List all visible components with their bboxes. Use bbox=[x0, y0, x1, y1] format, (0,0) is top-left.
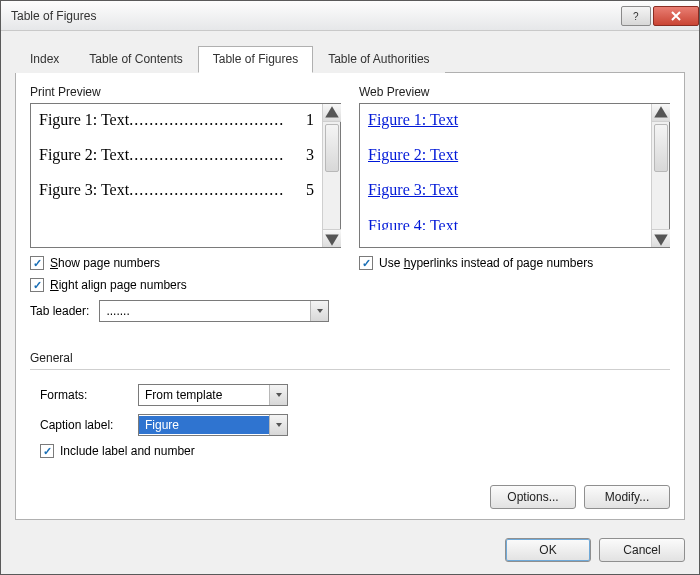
right-align-checkbox[interactable] bbox=[30, 278, 44, 292]
svg-marker-2 bbox=[325, 234, 339, 245]
panel-buttons: Options... Modify... bbox=[30, 477, 670, 509]
use-hyperlinks-checkbox[interactable] bbox=[359, 256, 373, 270]
tab-table-of-figures[interactable]: Table of Figures bbox=[198, 46, 313, 73]
web-preview-col: Web Preview Figure 1: Text Figure 2: Tex… bbox=[359, 85, 670, 345]
include-label-label: Include label and number bbox=[60, 444, 195, 458]
include-label-row: Include label and number bbox=[40, 444, 670, 458]
web-preview-content: Figure 1: Text Figure 2: Text Figure 3: … bbox=[360, 104, 651, 247]
print-entry: Figure 3: Text .........................… bbox=[39, 180, 314, 199]
ok-button[interactable]: OK bbox=[505, 538, 591, 562]
general-label: General bbox=[30, 351, 670, 365]
tab-index[interactable]: Index bbox=[15, 46, 74, 73]
tab-leader-combo[interactable]: ....... bbox=[99, 300, 329, 322]
web-preview-label: Web Preview bbox=[359, 85, 670, 99]
dialog-window: Table of Figures ? Index Table of Conten… bbox=[0, 0, 700, 575]
print-preview-col: Print Preview Figure 1: Text ...........… bbox=[30, 85, 341, 345]
print-preview-box: Figure 1: Text .........................… bbox=[30, 103, 341, 248]
include-label-checkbox[interactable] bbox=[40, 444, 54, 458]
svg-marker-1 bbox=[325, 106, 339, 117]
print-preview-label: Print Preview bbox=[30, 85, 341, 99]
chevron-down-icon[interactable] bbox=[269, 415, 287, 435]
scroll-down-icon[interactable] bbox=[323, 229, 341, 247]
formats-combo[interactable]: From template bbox=[138, 384, 288, 406]
caption-label-label: Caption label: bbox=[40, 418, 130, 432]
svg-text:?: ? bbox=[633, 11, 639, 22]
divider bbox=[30, 369, 670, 370]
dialog-content: Index Table of Contents Table of Figures… bbox=[1, 31, 699, 530]
print-preview-scrollbar[interactable] bbox=[322, 104, 340, 247]
print-entry: Figure 2: Text .........................… bbox=[39, 145, 314, 164]
tab-panel: Print Preview Figure 1: Text ...........… bbox=[15, 73, 685, 520]
caption-label-value: Figure bbox=[139, 416, 269, 434]
scroll-thumb[interactable] bbox=[654, 124, 668, 172]
tab-leader-value: ....... bbox=[100, 304, 310, 318]
formats-value: From template bbox=[139, 388, 269, 402]
tab-strip: Index Table of Contents Table of Figures… bbox=[15, 45, 685, 73]
web-link: Figure 4: Text bbox=[368, 216, 643, 230]
titlebar: Table of Figures ? bbox=[1, 1, 699, 31]
right-align-label: Right align page numbers bbox=[50, 278, 187, 292]
previews-row: Print Preview Figure 1: Text ...........… bbox=[30, 85, 670, 345]
print-preview-content: Figure 1: Text .........................… bbox=[31, 104, 322, 247]
tab-leader-row: Tab leader: ....... bbox=[30, 300, 341, 322]
scroll-up-icon[interactable] bbox=[323, 104, 341, 122]
help-button[interactable]: ? bbox=[621, 6, 651, 26]
svg-marker-4 bbox=[654, 106, 668, 117]
chevron-down-icon[interactable] bbox=[269, 385, 287, 405]
use-hyperlinks-label: Use hyperlinks instead of page numbers bbox=[379, 256, 593, 270]
caption-label-row: Caption label: Figure bbox=[40, 414, 670, 436]
tab-table-of-authorities[interactable]: Table of Authorities bbox=[313, 46, 444, 73]
show-page-numbers-checkbox[interactable] bbox=[30, 256, 44, 270]
general-group: General Formats: From template Caption l… bbox=[30, 351, 670, 458]
modify-button[interactable]: Modify... bbox=[584, 485, 670, 509]
show-page-numbers-label: Show page numbers bbox=[50, 256, 160, 270]
options-button[interactable]: Options... bbox=[490, 485, 576, 509]
right-align-row: Right align page numbers bbox=[30, 278, 341, 292]
show-page-numbers-row: Show page numbers bbox=[30, 256, 341, 270]
svg-marker-3 bbox=[317, 309, 323, 313]
scroll-down-icon[interactable] bbox=[652, 229, 670, 247]
dialog-footer: OK Cancel bbox=[1, 530, 699, 574]
scroll-up-icon[interactable] bbox=[652, 104, 670, 122]
formats-label: Formats: bbox=[40, 388, 130, 402]
web-preview-scrollbar[interactable] bbox=[651, 104, 669, 247]
cancel-button[interactable]: Cancel bbox=[599, 538, 685, 562]
close-button[interactable] bbox=[653, 6, 699, 26]
web-link: Figure 1: Text bbox=[368, 110, 643, 129]
chevron-down-icon[interactable] bbox=[310, 301, 328, 321]
formats-row: Formats: From template bbox=[40, 384, 670, 406]
tab-table-of-contents[interactable]: Table of Contents bbox=[74, 46, 197, 73]
use-hyperlinks-row: Use hyperlinks instead of page numbers bbox=[359, 256, 670, 270]
window-title: Table of Figures bbox=[11, 9, 619, 23]
web-link: Figure 2: Text bbox=[368, 145, 643, 164]
svg-marker-5 bbox=[654, 234, 668, 245]
tab-leader-label: Tab leader: bbox=[30, 304, 89, 318]
svg-marker-6 bbox=[276, 393, 282, 397]
print-entry: Figure 1: Text .........................… bbox=[39, 110, 314, 129]
window-controls: ? bbox=[619, 6, 699, 26]
web-link: Figure 3: Text bbox=[368, 180, 643, 199]
svg-marker-7 bbox=[276, 423, 282, 427]
web-preview-box: Figure 1: Text Figure 2: Text Figure 3: … bbox=[359, 103, 670, 248]
caption-label-combo[interactable]: Figure bbox=[138, 414, 288, 436]
scroll-thumb[interactable] bbox=[325, 124, 339, 172]
